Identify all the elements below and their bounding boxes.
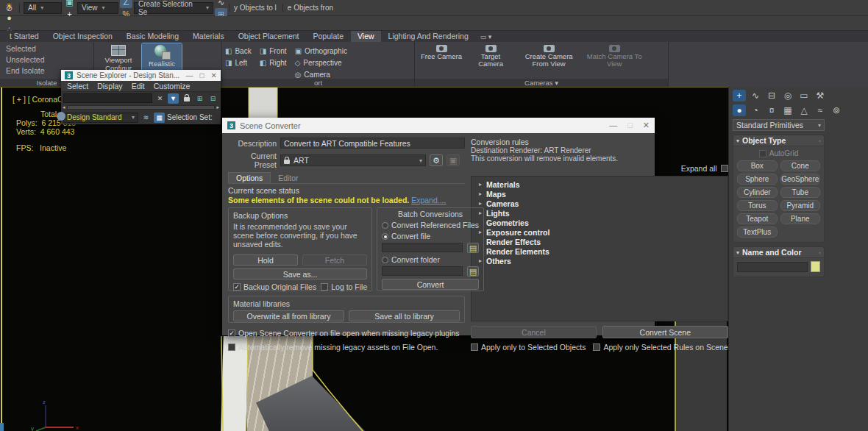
- close-icon[interactable]: ✕: [211, 71, 217, 79]
- menu-item[interactable]: Customize: [154, 82, 191, 90]
- view-right-button[interactable]: ◧Right: [260, 57, 287, 68]
- view-camera-button[interactable]: ◎Camera: [295, 69, 347, 79]
- isolate-button[interactable]: Selected: [3, 43, 90, 54]
- browse-file-icon[interactable]: ▤: [467, 243, 479, 253]
- ribbon-tab[interactable]: t Started: [3, 31, 46, 42]
- object-color-swatch[interactable]: [811, 261, 820, 272]
- ribbon-tab[interactable]: Lighting And Rendering: [382, 31, 475, 42]
- dialog-titlebar[interactable]: 3 Scene Converter — □ ✕: [222, 118, 655, 133]
- convert-folder-radio[interactable]: Convert folder: [382, 255, 479, 264]
- modify-tab-icon[interactable]: ∿: [749, 90, 762, 101]
- close-icon[interactable]: ✕: [643, 121, 650, 130]
- explorer-preset-dropdown[interactable]: Design Standard▾: [63, 113, 138, 123]
- expand-tree-icon[interactable]: ⊞: [194, 93, 205, 104]
- primitive-button[interactable]: Pyramid: [780, 200, 821, 211]
- hierarchy-view-icon[interactable]: ▦: [154, 113, 165, 123]
- name-color-header[interactable]: ▾ Name and Color ▪: [733, 247, 824, 258]
- hierarchy-tab-icon[interactable]: ⊟: [765, 90, 778, 101]
- preset-save-button[interactable]: ▣: [447, 154, 460, 166]
- clear-search-icon[interactable]: ✕: [154, 93, 166, 104]
- rules-tree-item[interactable]: ▸ Others: [473, 256, 726, 266]
- primitive-button[interactable]: Plane: [780, 213, 821, 224]
- primitive-button[interactable]: Torus: [737, 200, 778, 211]
- primitive-button[interactable]: Sphere: [737, 174, 778, 185]
- view-perspective-button[interactable]: ◇Perspective: [295, 57, 347, 68]
- explorer-search-input[interactable]: [63, 93, 152, 103]
- match-camera-to-view-button[interactable]: Match Camera To View: [583, 43, 645, 76]
- lights-category-icon[interactable]: ¤: [765, 104, 778, 116]
- preset-dropdown[interactable]: ART ▾: [280, 154, 426, 166]
- ribbon-tab[interactable]: View: [351, 31, 381, 42]
- save-library-button[interactable]: Save all to library: [349, 310, 460, 321]
- shapes-category-icon[interactable]: ◔: [749, 104, 762, 116]
- reference-coordinate-dropdown[interactable]: View▾: [77, 2, 118, 14]
- object-name-input[interactable]: [737, 262, 808, 272]
- cancel-button[interactable]: Cancel: [471, 326, 597, 338]
- angle-snap-icon[interactable]: ∠: [120, 0, 132, 8]
- filter-icon[interactable]: ▼: [168, 93, 179, 104]
- view-orthographic-button[interactable]: ▣Orthographic: [295, 46, 347, 56]
- maximize-icon[interactable]: □: [627, 121, 633, 130]
- primitive-button[interactable]: Cylinder: [737, 187, 778, 198]
- rules-tree-item[interactable]: ▸ Exposure control: [473, 227, 726, 237]
- menu-item[interactable]: Display: [97, 82, 122, 90]
- description-field[interactable]: Convert to ART Compatible Features: [280, 138, 465, 149]
- isolate-button[interactable]: Unselected: [3, 54, 90, 65]
- helpers-category-icon[interactable]: △: [797, 104, 811, 116]
- utilities-tab-icon[interactable]: ⚒: [814, 90, 827, 101]
- autogrid-box[interactable]: [759, 150, 766, 157]
- ribbon-options-icon[interactable]: ▭ ▾: [480, 33, 492, 40]
- preset-settings-button[interactable]: ⚙: [430, 154, 443, 166]
- tab-editor[interactable]: Editor: [271, 173, 305, 183]
- layers-icon[interactable]: ≋: [140, 113, 152, 123]
- primitive-category-dropdown[interactable]: Standard Primitives▾: [733, 119, 825, 131]
- expand-link[interactable]: Expand....: [411, 196, 446, 204]
- window-crossing-icon[interactable]: ▣: [63, 0, 76, 8]
- convert-scene-button[interactable]: Convert Scene: [602, 326, 728, 338]
- menu-item[interactable]: Select: [67, 82, 88, 90]
- copy-objects-to-button[interactable]: y Objects to l: [229, 4, 281, 12]
- convert-button[interactable]: Convert: [382, 279, 479, 290]
- primitive-button[interactable]: TextPlus: [737, 227, 778, 238]
- target-camera-button[interactable]: Target Camera: [467, 43, 514, 76]
- convert-referenced-radio[interactable]: Convert Referenced Files: [382, 221, 479, 229]
- create-tab-icon[interactable]: +: [733, 90, 746, 101]
- sphere2-primitive-icon[interactable]: ●: [3, 12, 15, 24]
- minimize-icon[interactable]: —: [186, 71, 193, 79]
- primitive-button[interactable]: GeoSphere: [780, 174, 821, 185]
- browse-folder-icon[interactable]: ▤: [467, 266, 479, 277]
- ribbon-tab[interactable]: Populate: [307, 31, 350, 42]
- collapse-tree-icon[interactable]: ⊟: [207, 93, 218, 104]
- save-as-button[interactable]: Save as...: [233, 268, 367, 279]
- create-camera-from-view-button[interactable]: Create Camera From View: [516, 43, 581, 76]
- viewport-camera-label[interactable]: [ + ] [ CoronaCamera00: [13, 95, 61, 104]
- rules-tree-item[interactable]: Render Elements: [473, 246, 726, 256]
- named-selection-set-dropdown[interactable]: Create Selection Se▾: [134, 2, 213, 14]
- scene-explorer-side-icon[interactable]: [57, 112, 65, 121]
- view-front-button[interactable]: ◨Front: [260, 46, 287, 56]
- open-on-file-open-checkbox[interactable]: Open Scene Converter on file open when m…: [228, 329, 465, 338]
- log-to-file-checkbox[interactable]: Log to File: [321, 282, 367, 291]
- backup-original-checkbox[interactable]: Backup Original Files: [233, 282, 316, 291]
- primitive-button[interactable]: Teapot: [737, 213, 778, 224]
- rules-tree-item[interactable]: Render Effects: [473, 237, 726, 246]
- ribbon-tab[interactable]: Object Inspection: [46, 31, 119, 42]
- menu-item[interactable]: Edit: [132, 82, 145, 90]
- object-type-header[interactable]: ▾ Object Type ▪: [733, 135, 824, 146]
- scene-explorer-titlebar[interactable]: 3 Scene Explorer - Design Stan... — □ ✕: [61, 70, 221, 81]
- paste-objects-from-button[interactable]: e Objects fron: [282, 4, 338, 12]
- view-left-button[interactable]: ◨Left: [225, 57, 252, 68]
- horizontal-scrollbar[interactable]: [67, 105, 216, 110]
- selection-filter-dropdown[interactable]: All▾: [24, 2, 62, 14]
- rules-tree-item[interactable]: ▸ Materials: [473, 179, 726, 189]
- minimize-icon[interactable]: —: [609, 121, 617, 130]
- display-tab-icon[interactable]: ▭: [797, 90, 811, 101]
- maximize-icon[interactable]: □: [200, 71, 204, 79]
- systems-category-icon[interactable]: ⊚: [830, 104, 843, 116]
- view-back-button[interactable]: ◧Back: [225, 46, 252, 56]
- scroll-left-icon[interactable]: ◂: [63, 104, 65, 110]
- rules-tree-item[interactable]: ▸ Cameras: [473, 199, 726, 208]
- auto-remove-checkbox[interactable]: Automatically remove missing legacy asse…: [228, 343, 465, 352]
- convert-folder-path-input[interactable]: [382, 266, 463, 276]
- rules-tree-item[interactable]: ▸ Lights: [473, 208, 726, 218]
